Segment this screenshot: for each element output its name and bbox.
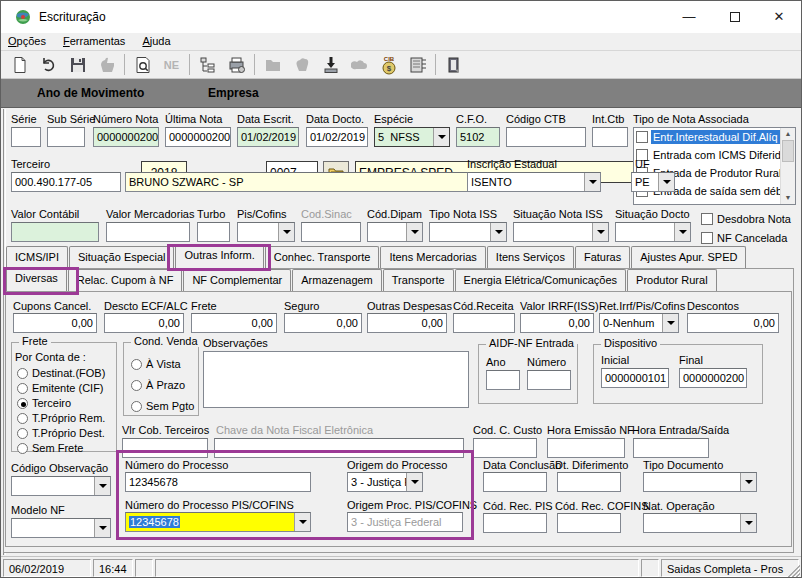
radio-tproprio-rem[interactable]: T.Próprio Rem. [17,412,105,424]
dt-diferimento-input[interactable] [557,472,621,492]
import-download-button[interactable] [316,52,345,77]
tab-ajustes-apur-sped[interactable]: Ajustes Apur. SPED [631,246,746,268]
radio-emitente-cif[interactable]: Emitente (CIF) [17,382,104,394]
radio-sem-frete[interactable]: Sem Frete [17,442,83,454]
numero-processo-input[interactable]: 12345678 [125,472,311,492]
desdobra-nota-checkbox[interactable]: Desdobra Nota [701,213,791,225]
codigo-observacao-dropdown-button[interactable] [94,477,110,495]
nat-operacao-combo[interactable] [643,513,757,533]
descontos-input[interactable]: 0,00 [687,313,779,333]
maximize-button[interactable] [712,1,758,32]
turbo-input[interactable] [197,222,230,242]
hora-entrada-input[interactable] [633,438,709,458]
tab-transporte[interactable]: Transporte [383,269,454,291]
tab-outras-inform[interactable]: Outras Inform. [175,244,263,268]
exit-door-button[interactable] [439,52,468,77]
item-checkbox[interactable] [636,131,648,143]
outras-despesas-input[interactable]: 0,00 [367,313,447,333]
cod-dipam-dropdown-button[interactable] [406,223,422,241]
radio-a-prazo[interactable]: À Prazo [131,379,185,391]
nat-operacao-dropdown-button[interactable] [740,514,756,532]
menu-ajuda[interactable]: Ajuda [135,33,177,49]
dispositivo-inicial-input[interactable]: 0000000101 [601,368,669,388]
origem-processo-dropdown-button[interactable] [406,473,422,491]
tab-nf-complementar[interactable]: NF Complementar [183,269,291,291]
modelo-nf-combo[interactable] [11,518,111,538]
tab-situacao-especial[interactable]: Situação Especial [69,246,174,268]
cupons-cancel-input[interactable]: 0,00 [13,313,97,333]
serie-input[interactable] [11,127,41,147]
scroll-down-icon[interactable]: ▼ [785,192,792,204]
sub-serie-input[interactable] [47,127,85,147]
print-report-button[interactable] [222,52,251,77]
list-item[interactable]: Entr.Interestadual Dif.Alíq [634,128,795,146]
terceiro-code-input[interactable]: 000.490.177-05 [11,172,121,192]
terceiro-name-input[interactable]: BRUNO SZWARC - SP [125,172,475,192]
menu-ferramentas[interactable]: Ferramentas [56,33,132,49]
nf-cancelada-checkbox[interactable]: NF Cancelada [701,232,787,244]
ultima-nota-input[interactable]: 0000000200 [165,127,231,147]
valor-contabil-input[interactable] [11,222,99,242]
codigo-observacao-combo[interactable] [11,476,111,496]
hora-emissao-input[interactable] [547,438,625,458]
radio-terceiro[interactable]: Terceiro [17,397,71,409]
origem-pis-input[interactable]: 3 - Justiça Federal [347,512,463,532]
especie-combo[interactable]: 5 NFSS [374,127,450,147]
tipo-nota-iss-combo[interactable] [429,222,507,242]
cod-sinac-input[interactable] [301,222,361,242]
radio-tproprio-dest[interactable]: T.Próprio Dest. [17,427,105,439]
dispositivo-final-input[interactable]: 0000000200 [679,368,747,388]
tipo-nota-iss-dropdown-button[interactable] [490,223,506,241]
uf-combo[interactable]: PE [631,172,675,192]
menu-opcoes[interactable]: Opções [1,33,53,49]
new-document-button[interactable] [5,52,34,77]
aidf-numero-input[interactable] [527,370,571,390]
data-docto-input[interactable]: 01/02/2019 [306,127,368,147]
minimize-button[interactable]: — [666,1,712,32]
resize-grip[interactable] [787,565,800,578]
chave-nfe-input[interactable] [214,438,464,458]
situacao-nota-iss-combo[interactable] [513,222,609,242]
cfo-input[interactable]: 5102 [456,127,500,147]
tree-view-button[interactable] [193,52,222,77]
vlr-cob-terceiros-input[interactable] [122,438,208,458]
descto-ecf-input[interactable]: 0,00 [104,313,184,333]
undo-button[interactable] [34,52,63,77]
cod-rec-pis-input[interactable] [483,513,547,533]
close-button[interactable]: ✕ [756,1,802,32]
inscricao-estadual-combo[interactable]: ISENTO [467,172,601,192]
tab-itens-servicos[interactable]: Itens Serviços [487,246,574,268]
codigo-ctb-input[interactable] [506,127,586,147]
print-preview-button[interactable] [128,52,157,77]
cib-coin-button[interactable]: CIB $ [374,52,403,77]
situacao-docto-combo[interactable] [615,222,691,242]
ret-irrf-dropdown-button[interactable] [662,314,678,332]
data-escrit-input[interactable]: 01/02/2019 [237,127,299,147]
tipo-nota-associada-list[interactable]: Entr.Interestadual Dif.Alíq Entrada com … [633,127,796,205]
ret-irrf-combo[interactable]: 0-Nenhum [599,313,679,333]
uf-dropdown-button[interactable] [658,173,674,191]
numero-processo-pis-dropdown-button[interactable] [294,513,310,531]
int-ctb-input[interactable] [592,127,628,147]
cod-c-custo-input[interactable] [473,438,537,458]
data-conclusao-input[interactable] [483,472,547,492]
frete-amount-input[interactable]: 0,00 [191,313,277,333]
numero-processo-pis-combo[interactable]: 12345678 [125,512,311,532]
numero-nota-input[interactable]: 0000000200 [93,127,159,147]
list-item[interactable]: Entrada com ICMS Diferido [634,146,795,164]
cod-dipam-combo[interactable] [367,222,423,242]
observacoes-textarea[interactable] [203,351,469,408]
modelo-nf-dropdown-button[interactable] [94,519,110,537]
situacao-nota-iss-dropdown-button[interactable] [592,223,608,241]
pis-cofins-combo[interactable] [237,222,295,242]
checkbox[interactable] [701,213,713,225]
tab-itens-mercadorias[interactable]: Itens Mercadorias [380,246,485,268]
inscricao-estadual-dropdown-button[interactable] [584,173,600,191]
cod-receita-input[interactable] [453,313,515,333]
pis-cofins-dropdown-button[interactable] [278,223,294,241]
checkbox[interactable] [701,232,713,244]
especie-dropdown-button[interactable] [433,128,449,146]
seguro-input[interactable]: 0,00 [284,313,362,333]
tab-armazenagem[interactable]: Armazenagem [292,269,382,291]
list-scrollbar[interactable]: ▲ ▼ [780,128,795,204]
